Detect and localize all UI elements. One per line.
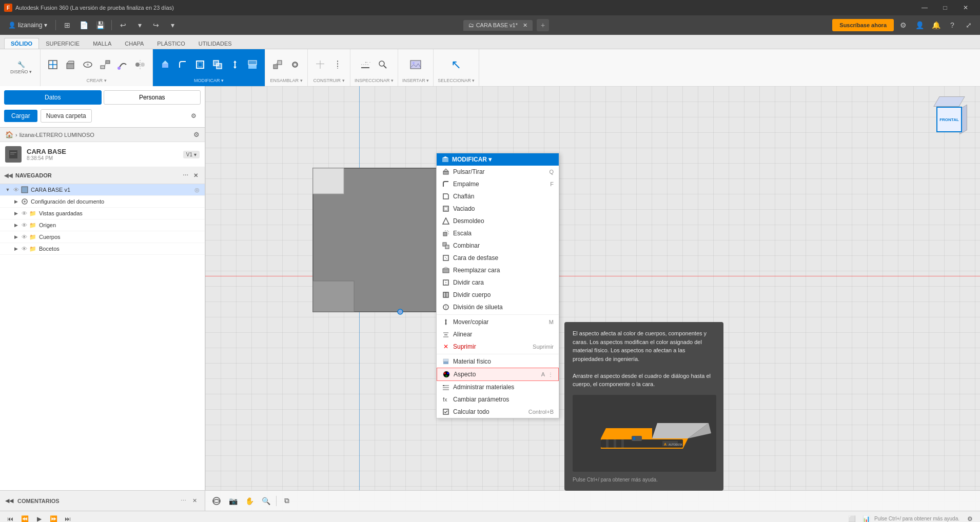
menu-item-reemplazar[interactable]: Reemplazar cara xyxy=(437,264,559,276)
modificar-pulsar-btn[interactable] xyxy=(157,54,173,75)
tab-personas[interactable]: Personas xyxy=(104,90,201,105)
keyframe-icon[interactable]: ⬜ xyxy=(846,513,858,523)
navigator-collapse-btn[interactable]: ◀◀ xyxy=(4,172,12,179)
menu-item-suprimir[interactable]: ✕ Suprimir Suprimir xyxy=(437,340,559,353)
subscribe-button[interactable]: Suscríbase ahora xyxy=(832,19,894,31)
nav-item-bocetos[interactable]: ▶ 👁 📁 Bocetos xyxy=(0,243,205,255)
tab-superficie[interactable]: SUPERFICIE xyxy=(39,38,86,49)
comments-btn-1[interactable]: ⋯ xyxy=(178,496,188,506)
crear-btn-1[interactable] xyxy=(45,54,61,75)
notifications-button[interactable]: 🔔 xyxy=(929,18,943,32)
tab-close-icon[interactable]: ✕ xyxy=(523,22,527,29)
menu-item-calcular[interactable]: Calcular todo Control+B xyxy=(437,406,559,418)
menu-item-dividir-cuerpo[interactable]: Dividir cuerpo xyxy=(437,289,559,301)
close-button[interactable]: ✕ xyxy=(955,0,976,15)
crear-btn-3[interactable] xyxy=(80,54,96,75)
crear-btn-6[interactable] xyxy=(132,54,148,75)
bocetos-eye-icon[interactable]: 👁 xyxy=(21,245,28,252)
breadcrumb-path1[interactable]: lizana xyxy=(19,132,34,138)
load-button[interactable]: Cargar xyxy=(4,110,37,122)
expand-button[interactable]: ⤢ xyxy=(962,18,976,32)
maximize-button[interactable]: □ xyxy=(935,0,955,15)
seleccionar-btn-1[interactable]: ↖ xyxy=(448,54,464,75)
play-btn[interactable]: ▶ xyxy=(33,513,45,523)
context-menu-header[interactable]: MODIFICAR ▾ xyxy=(437,153,559,166)
canvas-area[interactable]: MODIFICAR ▾ Pulsar/Tirar Q Empalme F Cha… xyxy=(205,86,980,511)
first-frame-btn[interactable]: ⏮ xyxy=(4,513,16,523)
comments-btn-2[interactable]: ✕ xyxy=(189,496,200,506)
nav-item-cuerpos[interactable]: ▶ 👁 📁 Cuerpos xyxy=(0,231,205,243)
cuerpos-eye-icon[interactable]: 👁 xyxy=(21,233,28,240)
origen-eye-icon[interactable]: 👁 xyxy=(21,222,28,229)
breadcrumb-path2[interactable]: LETRERO LUMINOSO xyxy=(36,132,94,138)
root-eye-icon[interactable]: 👁 xyxy=(12,186,19,193)
home-icon[interactable]: 🏠 xyxy=(5,131,13,138)
modificar-btn-3[interactable] xyxy=(192,54,208,75)
menu-item-chaflan[interactable]: Chaflán xyxy=(437,190,559,203)
pan-btn[interactable]: ✋ xyxy=(242,494,257,508)
tab-utilidades[interactable]: UTILIDADES xyxy=(192,38,239,49)
menu-item-alinear[interactable]: Alinear xyxy=(437,328,559,340)
cuerpos-expand-icon[interactable]: ▶ xyxy=(12,233,19,240)
file-button[interactable]: 📄 xyxy=(76,18,91,32)
curve-icon[interactable]: 📊 xyxy=(860,513,872,523)
nav-item-vistas[interactable]: ▶ 👁 📁 Vistas guardadas xyxy=(0,208,205,219)
menu-item-administrar[interactable]: Administrar materiales xyxy=(437,381,559,393)
navigator-btn-2[interactable]: ✕ xyxy=(190,170,201,180)
menu-item-vaciado[interactable]: Vaciado xyxy=(437,203,559,215)
collapse-arrow[interactable]: ◀◀ xyxy=(5,497,13,504)
orbit-btn[interactable] xyxy=(209,494,224,508)
settings-playbar-btn[interactable]: ⚙ xyxy=(964,513,976,523)
construir-btn-1[interactable] xyxy=(312,54,328,75)
inspeccionar-btn-1[interactable]: ←→ xyxy=(357,54,374,75)
tab-solido[interactable]: SÓLIDO xyxy=(4,38,39,49)
tab-malla[interactable]: MALLA xyxy=(86,38,118,49)
menu-item-dividir-cara[interactable]: Dividir cara xyxy=(437,276,559,289)
next-frame-btn[interactable]: ⏩ xyxy=(47,513,60,523)
look-btn[interactable]: 📷 xyxy=(226,494,240,508)
menu-item-parametros[interactable]: fx Cambiar parámetros xyxy=(437,393,559,406)
version-dropdown-icon[interactable]: ▾ xyxy=(194,152,197,157)
crear-btn-4[interactable] xyxy=(97,54,113,75)
modificar-btn-5[interactable] xyxy=(227,54,243,75)
menu-item-escala[interactable]: Escala xyxy=(437,227,559,239)
ensamblar-btn-1[interactable] xyxy=(269,54,286,75)
tab-plastico[interactable]: PLÁSTICO xyxy=(150,38,191,49)
prev-frame-btn[interactable]: ⏪ xyxy=(18,513,31,523)
vistas-expand-icon[interactable]: ▶ xyxy=(12,210,19,217)
help-button[interactable]: ? xyxy=(945,18,959,32)
menu-item-desmoldeo[interactable]: Desmoldeo xyxy=(437,215,559,227)
crear-btn-5[interactable] xyxy=(114,54,131,75)
display-btn[interactable]: ⧉ xyxy=(280,494,294,508)
sidebar-settings-icon[interactable]: ⚙ xyxy=(186,109,201,123)
nav-item-root[interactable]: ▼ 👁 CARA BASE v1 ◎ xyxy=(0,184,205,196)
redo-button[interactable]: ↪ xyxy=(149,18,163,32)
modificar-btn-6[interactable] xyxy=(244,54,261,75)
redo-history-button[interactable]: ▾ xyxy=(165,18,180,32)
nav-item-origen[interactable]: ▶ 👁 📁 Origen xyxy=(0,219,205,231)
save-button[interactable]: 💾 xyxy=(93,18,107,32)
config-expand-icon[interactable]: ▶ xyxy=(12,198,19,205)
menu-item-empalme[interactable]: Empalme F xyxy=(437,178,559,190)
origen-expand-icon[interactable]: ▶ xyxy=(12,222,19,229)
cube-top-face[interactable] xyxy=(933,96,965,107)
apps-grid-button[interactable]: ⊞ xyxy=(60,18,74,32)
zoom-btn[interactable]: 🔍 xyxy=(259,494,273,508)
new-tab-button[interactable]: + xyxy=(537,19,549,31)
menu-item-combinar[interactable]: Combinar xyxy=(437,239,559,252)
tab-chapa[interactable]: CHAPA xyxy=(118,38,150,49)
menu-item-mover[interactable]: Mover/copiar M xyxy=(437,316,559,328)
undo-history-button[interactable]: ▾ xyxy=(132,18,147,32)
account-button[interactable]: 👤 xyxy=(912,18,927,32)
new-folder-button[interactable]: Nueva carpeta xyxy=(41,109,92,123)
inspeccionar-btn-2[interactable] xyxy=(375,54,391,75)
settings-button[interactable]: ⚙ xyxy=(896,18,910,32)
root-target-icon[interactable]: ◎ xyxy=(193,186,201,193)
root-expand-icon[interactable]: ▼ xyxy=(4,186,11,193)
nav-item-config[interactable]: ▶ Configuración del documento xyxy=(0,196,205,208)
breadcrumb-settings-icon[interactable]: ⚙ xyxy=(193,131,200,138)
insertar-btn-1[interactable] xyxy=(406,54,425,75)
menu-item-pulsar[interactable]: Pulsar/Tirar Q xyxy=(437,166,559,178)
modificar-empalme-btn[interactable] xyxy=(174,54,191,75)
last-frame-btn[interactable]: ⏭ xyxy=(62,513,74,523)
